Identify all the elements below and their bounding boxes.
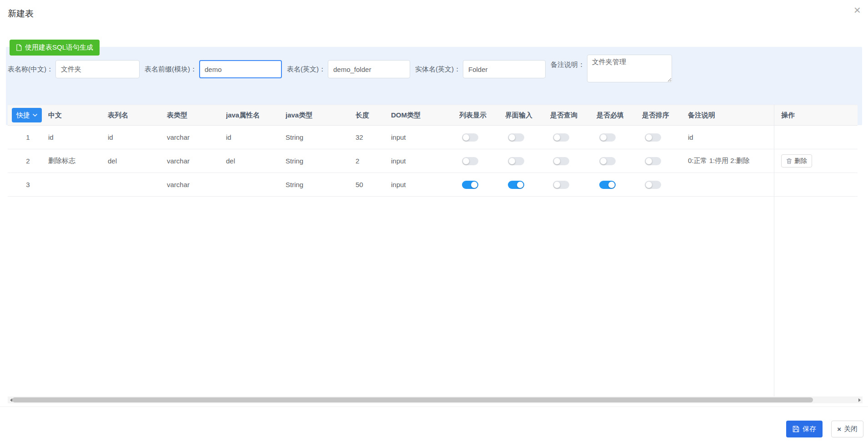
cell-dom-type: input [391, 173, 459, 196]
scrollbar-thumb[interactable] [12, 397, 813, 402]
chevron-down-icon [33, 114, 37, 117]
close-x-icon: × [837, 425, 841, 433]
header-is-required: 是否必填 [597, 105, 642, 125]
header-dom-type: DOM类型 [391, 105, 459, 125]
header-column-name: 表列名 [108, 105, 167, 125]
is-required-toggle[interactable] [599, 157, 616, 165]
cell-java-type: String [286, 173, 356, 196]
horizontal-scrollbar[interactable] [8, 396, 863, 403]
cell-chinese: 删除标志 [48, 149, 108, 173]
header-db-type: 表类型 [167, 105, 226, 125]
entity-name-input[interactable] [463, 60, 546, 78]
cell-java-type: String [286, 149, 356, 173]
floppy-icon [793, 426, 799, 432]
is-sort-toggle[interactable] [645, 181, 661, 189]
form-input-toggle[interactable] [508, 181, 524, 189]
table-prefix-input[interactable] [199, 60, 282, 78]
save-button[interactable]: 保存 [786, 421, 823, 437]
delete-row-button[interactable]: 删除 [781, 154, 812, 168]
is-query-toggle[interactable] [553, 181, 569, 189]
cell-remark: 0:正常 1:停用 2:删除 [688, 149, 774, 173]
table-name-cn-label: 表名称(中文)： [8, 65, 53, 74]
header-quick: 快捷 [8, 105, 48, 125]
cell-length: 32 [356, 126, 391, 149]
close-button[interactable]: × 关闭 [831, 421, 863, 437]
cell-list-show [459, 149, 505, 173]
fixed-column-divider [774, 105, 774, 396]
modal-footer: 保存 × 关闭 [0, 406, 868, 442]
header-form-input: 界面输入 [505, 105, 550, 125]
cell-remark: id [688, 126, 774, 149]
is-sort-toggle[interactable] [645, 133, 661, 142]
is-sort-toggle[interactable] [645, 157, 661, 165]
cell-is-required [597, 126, 642, 149]
cell-is-sort [642, 149, 688, 173]
save-button-label: 保存 [803, 425, 816, 433]
table-row: 1ididvarcharidString32inputid [8, 126, 858, 149]
cell-length: 2 [356, 149, 391, 173]
list-show-toggle[interactable] [462, 181, 478, 189]
cell-is-required [597, 149, 642, 173]
cell-form-input [505, 149, 550, 173]
is-required-toggle[interactable] [599, 181, 616, 189]
field-table-name-en: 表名(英文)： [287, 60, 410, 78]
table-body: 1ididvarcharidString32inputid2删除标志delvar… [8, 126, 858, 197]
form-input-toggle[interactable] [508, 157, 524, 165]
cell-is-required [597, 173, 642, 196]
cell-action: 删除 [774, 149, 858, 173]
cell-action [774, 173, 858, 196]
columns-table: 快捷 中文 表列名 表类型 java属性名 java类型 长度 DOM类型 列表… [8, 105, 858, 396]
is-query-toggle[interactable] [553, 157, 569, 165]
table-row: 2删除标志delvarchardelString2input0:正常 1:停用 … [8, 149, 858, 173]
cell-db-type: varchar [167, 149, 226, 173]
modal-close-icon[interactable]: × [851, 4, 863, 16]
cell-java-field [226, 173, 286, 196]
cell-dom-type: input [391, 126, 459, 149]
left-arrow-icon [10, 398, 12, 402]
header-list-show: 列表显示 [459, 105, 505, 125]
remark-label: 备注说明： [551, 61, 585, 69]
sql-document-icon [16, 44, 22, 51]
row-number: 3 [8, 173, 48, 196]
row-number: 1 [8, 126, 48, 149]
cell-is-sort [642, 126, 688, 149]
remark-textarea[interactable]: 文件夹管理 [587, 55, 672, 82]
table-name-en-label: 表名(英文)： [287, 65, 326, 74]
is-required-toggle[interactable] [599, 133, 616, 142]
header-java-field: java属性名 [226, 105, 286, 125]
cell-chinese: id [48, 126, 108, 149]
cell-is-query [550, 173, 597, 196]
right-arrow-icon [858, 398, 861, 402]
scroll-right-arrow[interactable] [856, 396, 863, 403]
list-show-toggle[interactable] [462, 133, 478, 142]
list-show-toggle[interactable] [462, 157, 478, 165]
cell-form-input [505, 173, 550, 196]
field-table-name-cn: 表名称(中文)： [8, 60, 140, 78]
cell-db-type: varchar [167, 126, 226, 149]
header-java-type: java类型 [286, 105, 356, 125]
field-entity-name: 实体名(英文)： [415, 60, 546, 78]
cell-column-name [108, 173, 167, 196]
table-name-en-input[interactable] [328, 60, 410, 78]
cell-remark [688, 173, 774, 196]
cell-chinese [48, 173, 108, 196]
table-name-cn-input[interactable] [55, 60, 140, 78]
header-is-sort: 是否排序 [642, 105, 688, 125]
cell-column-name: del [108, 149, 167, 173]
is-query-toggle[interactable] [553, 133, 569, 142]
cell-dom-type: input [391, 149, 459, 173]
cell-length: 50 [356, 173, 391, 196]
cell-column-name: id [108, 126, 167, 149]
cell-is-query [550, 149, 597, 173]
cell-java-field: del [226, 149, 286, 173]
cell-is-query [550, 126, 597, 149]
header-length: 长度 [356, 105, 391, 125]
field-table-prefix: 表名前缀(模块)： [145, 60, 282, 78]
quick-dropdown-button[interactable]: 快捷 [12, 108, 42, 122]
trash-icon [786, 158, 792, 164]
entity-name-label: 实体名(英文)： [415, 65, 461, 74]
cell-form-input [505, 126, 550, 149]
cell-list-show [459, 173, 505, 196]
sql-generate-button[interactable]: 使用建表SQL语句生成 [10, 40, 100, 56]
form-input-toggle[interactable] [508, 133, 524, 142]
